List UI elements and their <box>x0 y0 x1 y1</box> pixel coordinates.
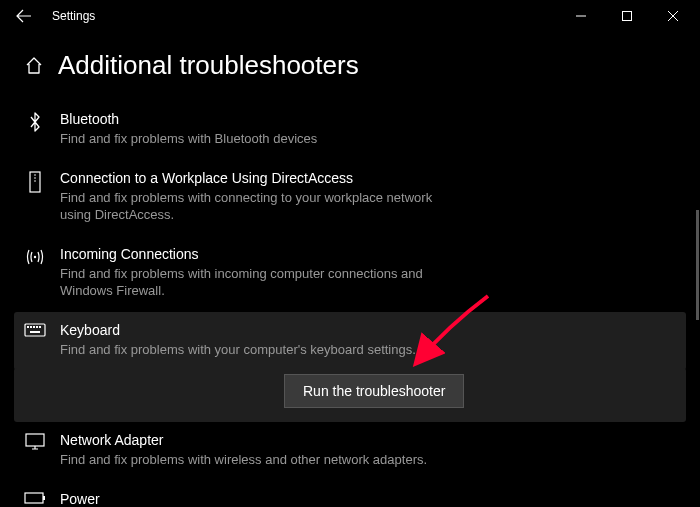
troubleshooter-item-directaccess[interactable]: Connection to a Workplace Using DirectAc… <box>14 160 686 236</box>
keyboard-icon <box>24 322 46 359</box>
item-title: Connection to a Workplace Using DirectAc… <box>60 170 676 186</box>
run-troubleshooter-row: Run the troubleshooter <box>14 368 686 422</box>
item-desc: Find and fix problems with incoming comp… <box>60 265 460 300</box>
battery-icon <box>24 491 46 507</box>
svg-rect-9 <box>33 326 35 328</box>
troubleshooter-item-bluetooth[interactable]: Bluetooth Find and fix problems with Blu… <box>14 101 686 160</box>
back-arrow-icon <box>16 8 32 24</box>
svg-rect-10 <box>36 326 38 328</box>
item-desc: Find and fix problems with your computer… <box>60 341 460 359</box>
svg-point-5 <box>34 255 36 257</box>
svg-rect-7 <box>27 326 29 328</box>
maximize-icon <box>622 11 632 21</box>
svg-rect-12 <box>30 331 40 333</box>
troubleshooter-item-network-adapter[interactable]: Network Adapter Find and fix problems wi… <box>14 422 686 481</box>
troubleshooter-list: Bluetooth Find and fix problems with Blu… <box>0 101 700 507</box>
svg-rect-15 <box>43 496 45 500</box>
app-title: Settings <box>52 9 95 23</box>
item-title: Power <box>60 491 676 507</box>
svg-rect-14 <box>25 493 43 503</box>
maximize-button[interactable] <box>604 0 650 32</box>
close-button[interactable] <box>650 0 696 32</box>
svg-rect-13 <box>26 434 44 446</box>
item-desc: Find and fix problems with Bluetooth dev… <box>60 130 460 148</box>
item-desc: Find and fix problems with wireless and … <box>60 451 460 469</box>
item-title: Network Adapter <box>60 432 676 448</box>
server-icon <box>24 170 46 224</box>
antenna-icon <box>24 246 46 300</box>
svg-rect-11 <box>39 326 41 328</box>
item-title: Incoming Connections <box>60 246 676 262</box>
svg-rect-8 <box>30 326 32 328</box>
monitor-icon <box>24 432 46 469</box>
bluetooth-icon <box>24 111 46 148</box>
item-desc: Find and fix problems with connecting to… <box>60 189 460 224</box>
home-icon[interactable] <box>24 56 44 76</box>
svg-point-2 <box>34 174 36 176</box>
page-title: Additional troubleshooters <box>58 50 359 81</box>
scrollbar-thumb[interactable] <box>696 210 699 320</box>
window-controls <box>558 0 696 32</box>
troubleshooter-item-power[interactable]: Power Find and fix problems with your co… <box>14 481 686 507</box>
item-title: Keyboard <box>60 322 676 338</box>
back-button[interactable] <box>4 0 44 32</box>
minimize-button[interactable] <box>558 0 604 32</box>
svg-point-4 <box>34 180 36 182</box>
run-troubleshooter-button[interactable]: Run the troubleshooter <box>284 374 464 408</box>
titlebar: Settings <box>0 0 700 32</box>
item-title: Bluetooth <box>60 111 676 127</box>
close-icon <box>668 11 678 21</box>
minimize-icon <box>576 11 586 21</box>
troubleshooter-item-incoming[interactable]: Incoming Connections Find and fix proble… <box>14 236 686 312</box>
svg-point-3 <box>34 177 36 179</box>
page-header: Additional troubleshooters <box>0 32 700 101</box>
svg-rect-0 <box>623 12 632 21</box>
troubleshooter-item-keyboard[interactable]: Keyboard Find and fix problems with your… <box>14 312 686 371</box>
svg-rect-6 <box>25 324 45 336</box>
